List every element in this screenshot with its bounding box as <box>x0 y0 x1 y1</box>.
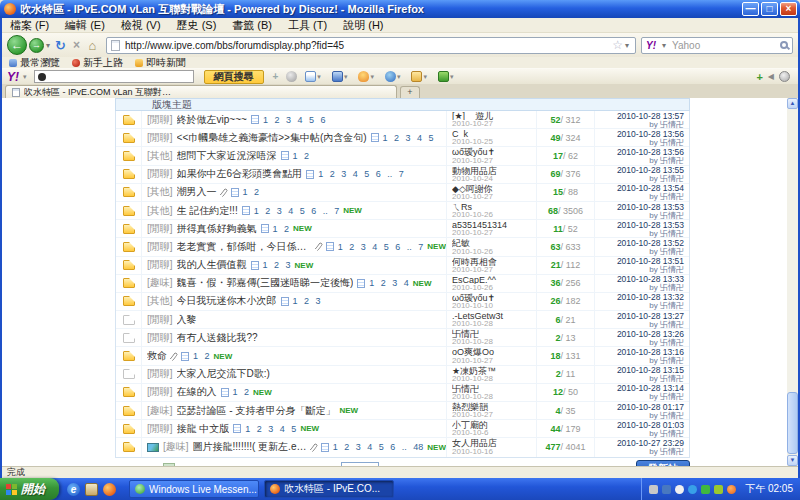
scroll-up-arrow[interactable]: ▲ <box>787 98 798 109</box>
bookmark-star-icon[interactable]: ☆ <box>612 39 623 51</box>
show-desktop-icon[interactable] <box>85 483 98 496</box>
reply-count: 18 <box>550 351 560 361</box>
yahoo-logo[interactable]: Y! <box>7 70 19 84</box>
thread-title-link[interactable]: 我的人生價值觀 <box>177 258 247 272</box>
thread-title-link[interactable]: 老老實實，郁係咁，今日係・・・ <box>177 240 312 254</box>
thread-page-links[interactable]: 1 2 3 4 <box>369 278 409 288</box>
thread-title-link[interactable]: 如果你中左6合彩頭獎會點用 <box>177 167 303 181</box>
yahoo-engine-icon[interactable]: Y! <box>646 40 656 51</box>
tray-antivirus-icon[interactable] <box>714 485 723 494</box>
menu-bookmarks[interactable]: 書籤 (B) <box>232 18 272 33</box>
home-button[interactable]: ⌂ <box>84 38 101 53</box>
engine-dropdown-icon[interactable]: ▾ <box>662 41 666 50</box>
thread-title-link[interactable]: 拼得真係好夠義氣 <box>177 222 257 236</box>
toolbar-add-icon[interactable]: + <box>756 71 762 83</box>
thread-title-link[interactable]: 接龍 中文版 <box>177 422 230 436</box>
search-magnifier-icon[interactable] <box>780 41 788 49</box>
status-bar: 完成 <box>2 466 798 478</box>
history-dropdown-icon[interactable]: ▾ <box>46 41 50 50</box>
yahoo-alerts-icon[interactable] <box>358 71 369 82</box>
tray-network-icon[interactable] <box>701 485 710 494</box>
thread-title-link[interactable]: 在線的入 <box>177 385 217 399</box>
thread-title-link[interactable]: 魏喜・假・郭嘉傳(三國迷唔睇一定後悔) <box>177 276 354 290</box>
toolbar-collapse-icon[interactable]: ◀ <box>768 72 774 81</box>
thread-title-link[interactable]: 入黎 <box>177 313 197 327</box>
thread-page-links[interactable]: 1 2 3 4 5 6 .. 7 <box>318 169 404 179</box>
toolbar-gear-icon[interactable] <box>779 71 790 82</box>
thread-page-links[interactable]: 1 2 3 <box>263 260 291 270</box>
thread-page-links[interactable]: 1 2 3 4 5 6 .. 7 <box>338 242 424 252</box>
search-bar[interactable]: Y! ▾ Yahoo <box>641 37 793 54</box>
thread-page-links[interactable]: 1 2 3 4 5 6 .. 48 <box>333 442 424 452</box>
thread-page-links[interactable]: 1 2 <box>243 187 260 197</box>
task-messenger[interactable]: Windows Live Messen... <box>129 480 259 498</box>
url-bar[interactable]: http://www.ipve.com/bbs/forumdisplay.php… <box>106 37 636 54</box>
forum-thread-table: 版塊主題 [閒聊] 終於做左vip~~~ 1 2 3 4 5 6 [★]__遊儿… <box>115 98 690 466</box>
yahoo-messenger-icon[interactable] <box>286 71 297 82</box>
scrollbar[interactable]: ▲ ▼ <box>787 98 798 466</box>
search-placeholder[interactable]: Yahoo <box>672 40 776 51</box>
yahoo-answers-icon[interactable] <box>385 71 396 82</box>
new-tab-button[interactable]: + <box>400 86 420 98</box>
menu-history[interactable]: 歷史 (S) <box>177 18 217 33</box>
yahoo-apps-icon[interactable] <box>438 71 449 82</box>
menu-help[interactable]: 說明 (H) <box>343 18 383 33</box>
thread-page-links[interactable]: 1 2 3 4 5 6 .. 7 <box>254 206 340 216</box>
thread-page-links[interactable]: 1 2 3 4 5 <box>383 133 434 143</box>
thread-page-links[interactable]: 1 2 <box>233 387 250 397</box>
url-dropdown-icon[interactable]: ▾ <box>625 41 629 50</box>
thread-page-links[interactable]: 1 2 3 4 5 6 <box>263 115 326 125</box>
refresh-button[interactable]: ↻ <box>52 38 69 53</box>
tray-device-icon[interactable] <box>649 485 658 494</box>
thread-title-link[interactable]: 救命 <box>147 349 167 363</box>
tray-messenger-icon[interactable] <box>688 485 697 494</box>
thread-title-link[interactable]: 今日我玩迷你木小次郎 <box>177 294 277 308</box>
yahoo-bookmarks-icon[interactable] <box>305 71 316 82</box>
toolbar-pin-icon[interactable]: + <box>273 71 279 82</box>
scrollbar-thumb[interactable] <box>787 392 798 454</box>
yahoo-search-input[interactable] <box>34 70 194 83</box>
close-button[interactable]: × <box>780 2 797 16</box>
browser-viewport: 版塊主題 [閒聊] 終於做左vip~~~ 1 2 3 4 5 6 [★]__遊儿… <box>2 98 798 466</box>
thread-title-link[interactable]: 亞瑟討論區 - 支持者甲分身「斷定」 <box>177 404 336 418</box>
firefox-icon <box>4 3 16 15</box>
start-button[interactable]: 開始 <box>0 478 59 500</box>
yahoo-folder-icon[interactable] <box>411 71 422 82</box>
menu-view[interactable]: 檢視 (V) <box>121 18 161 33</box>
thread-title-link[interactable]: 終於做左vip~~~ <box>177 113 247 127</box>
thread-title-link[interactable]: 潮男入一 <box>177 185 217 199</box>
firefox-quicklaunch-icon[interactable] <box>103 483 116 496</box>
tray-security-icon[interactable] <box>662 485 671 494</box>
thread-page-links[interactable]: 1 2 <box>273 224 290 234</box>
thread-post-date: 2010-10-16 <box>452 448 536 456</box>
thread-title-link[interactable]: 想問下大家近況深唔深 <box>177 149 277 163</box>
thread-title-link[interactable]: 生 記住約定!!! <box>177 204 238 218</box>
tab-forum-page[interactable]: 吹水特區 - IPvE.COM vLan 互聯對… <box>5 85 397 98</box>
restore-button[interactable]: □ <box>761 2 778 16</box>
menu-tools[interactable]: 工具 (T) <box>288 18 327 33</box>
yahoo-web-search-button[interactable]: 網頁搜尋 <box>204 70 264 84</box>
minimize-button[interactable]: — <box>742 2 759 16</box>
stop-button[interactable]: × <box>69 38 84 52</box>
yahoo-logo-dropdown-icon[interactable]: ▾ <box>23 73 27 81</box>
thread-title-link[interactable]: <<巾幗梟雄之義海豪情>>集中帖(內含金句) <box>177 131 367 145</box>
thread-title-link[interactable]: 大家入尼交流下D歌:) <box>177 367 270 381</box>
thread-page-links[interactable]: 1 2 <box>293 151 310 161</box>
thread-page-links[interactable]: 1 2 3 <box>293 296 321 306</box>
thread-title-link[interactable]: 圖片接龍!!!!!!!( 更新左.e+有嘢睇) <box>193 440 307 454</box>
tray-update-icon[interactable] <box>727 485 736 494</box>
task-firefox[interactable]: 吹水特區 - IPvE.CO... <box>264 480 394 498</box>
scroll-down-arrow[interactable]: ▼ <box>787 455 798 466</box>
menu-edit[interactable]: 編輯 (E) <box>65 18 105 33</box>
menu-file[interactable]: 檔案 (F) <box>10 18 49 33</box>
table-row: [閒聊] 終於做左vip~~~ 1 2 3 4 5 6 [★]__遊儿 2010… <box>116 111 689 129</box>
thread-title-link[interactable]: 有冇人送錢比我?? <box>177 331 258 345</box>
tray-volume-icon[interactable] <box>675 485 684 494</box>
ie-quicklaunch-icon[interactable]: e <box>67 483 80 496</box>
thread-page-links[interactable]: 1 2 3 4 5 <box>245 424 296 434</box>
url-text[interactable]: http://www.ipve.com/bbs/forumdisplay.php… <box>125 40 612 51</box>
back-button[interactable]: ← <box>7 35 27 55</box>
yahoo-mail-icon[interactable] <box>332 71 343 82</box>
thread-page-links[interactable]: 1 2 <box>193 351 210 361</box>
forward-button[interactable]: → <box>29 38 44 53</box>
